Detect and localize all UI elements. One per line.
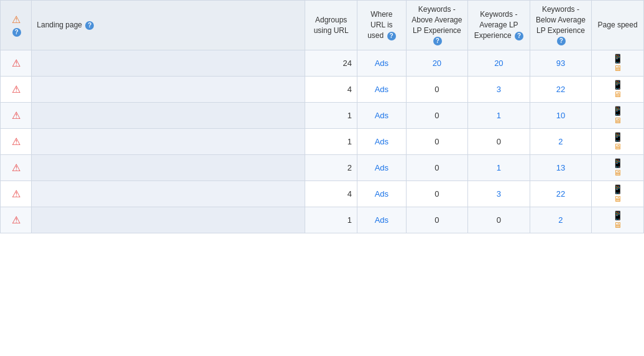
where-url-link[interactable]: Ads [375, 163, 389, 172]
header-warning-col: ⚠ ? [1, 1, 32, 50]
kw-below-cell[interactable]: 22 [530, 77, 592, 103]
kw-above-cell[interactable]: 20 [406, 50, 468, 77]
kw-below-link[interactable]: 22 [556, 189, 565, 199]
kw-below-cell[interactable]: 22 [530, 181, 592, 207]
where-url-link[interactable]: Ads [375, 189, 389, 199]
kw-avg-link[interactable]: 20 [494, 59, 503, 68]
desktop-speed-icon: 🖥 [614, 90, 622, 98]
kw-avg-cell[interactable]: 20 [468, 50, 530, 77]
mobile-speed-icon: 📱 [612, 54, 623, 63]
where-url-link[interactable]: Ads [375, 85, 389, 94]
header-kw-avg: Keywords - Average LP Experience ? [468, 1, 530, 50]
kw-avg-link[interactable]: 1 [497, 163, 501, 172]
kw-avg-cell[interactable]: 1 [468, 103, 530, 129]
mobile-speed-icon: 📱 [612, 159, 623, 167]
landing-page-cell [32, 129, 305, 155]
kw-above-help-icon[interactable]: ? [433, 37, 442, 45]
landing-page-table: ⚠ ? Landing page ? Adgroups using URL Wh… [0, 0, 644, 233]
header-adgroups: Adgroups using URL [305, 1, 357, 50]
warning-triangle-icon: ⚠ [12, 58, 21, 68]
kw-below-cell[interactable]: 2 [530, 207, 592, 233]
where-url-cell[interactable]: Ads [357, 129, 407, 155]
kw-avg-cell: 0 [468, 207, 530, 233]
page-speed-cell: 📱 🖥 [592, 77, 644, 103]
kw-below-link[interactable]: 10 [556, 111, 565, 120]
desktop-speed-icon: 🖥 [614, 64, 622, 72]
desktop-speed-icon: 🖥 [614, 195, 622, 203]
warning-triangle-icon: ⚠ [12, 84, 21, 95]
table-row: ⚠1Ads002 📱 🖥 [1, 207, 644, 233]
where-url-link[interactable]: Ads [375, 111, 389, 120]
warning-triangle-icon: ⚠ [12, 189, 21, 199]
warning-cell: ⚠ [1, 181, 32, 207]
where-url-link[interactable]: Ads [375, 59, 389, 68]
kw-avg-help-icon[interactable]: ? [515, 32, 523, 40]
adgroups-cell: 2 [305, 155, 357, 181]
page-speed-cell: 📱 🖥 [592, 103, 644, 129]
kw-below-link[interactable]: 93 [556, 59, 565, 68]
speed-icons: 📱 🖥 [597, 211, 638, 229]
adgroups-cell: 4 [305, 77, 357, 103]
kw-avg-cell[interactable]: 1 [468, 155, 530, 181]
kw-avg-link[interactable]: 1 [497, 111, 501, 120]
where-url-cell[interactable]: Ads [357, 50, 407, 77]
where-url-link[interactable]: Ads [375, 215, 389, 225]
where-url-cell[interactable]: Ads [357, 77, 407, 103]
where-url-cell[interactable]: Ads [357, 181, 407, 207]
where-url-cell[interactable]: Ads [357, 207, 407, 233]
warning-cell: ⚠ [1, 103, 32, 129]
kw-avg-link[interactable]: 3 [497, 85, 501, 94]
mobile-speed-icon: 📱 [612, 185, 623, 194]
kw-avg-cell: 0 [468, 129, 530, 155]
where-url-cell[interactable]: Ads [357, 103, 407, 129]
warning-cell: ⚠ [1, 77, 32, 103]
where-url-link[interactable]: Ads [375, 137, 389, 146]
kw-below-link[interactable]: 13 [556, 163, 565, 172]
where-url-help-icon[interactable]: ? [387, 32, 396, 40]
header-kw-above: Keywords - Above Average LP Experience ? [406, 1, 468, 50]
kw-above-link[interactable]: 20 [433, 59, 441, 68]
landing-page-table-container: ⚠ ? Landing page ? Adgroups using URL Wh… [0, 0, 644, 233]
where-url-cell[interactable]: Ads [357, 155, 407, 181]
mobile-speed-icon: 📱 [612, 211, 623, 220]
warning-cell: ⚠ [1, 207, 32, 233]
kw-below-cell[interactable]: 93 [530, 50, 592, 77]
warning-cell: ⚠ [1, 50, 32, 77]
mobile-speed-icon: 📱 [612, 133, 623, 141]
adgroups-cell: 4 [305, 181, 357, 207]
kw-below-link[interactable]: 2 [558, 137, 563, 146]
page-speed-cell: 📱 🖥 [592, 50, 644, 77]
kw-below-help-icon[interactable]: ? [557, 37, 566, 45]
kw-below-cell[interactable]: 10 [530, 103, 592, 129]
landing-page-cell [32, 77, 305, 103]
kw-above-cell: 0 [406, 155, 468, 181]
kw-below-cell[interactable]: 13 [530, 155, 592, 181]
desktop-speed-icon: 🖥 [614, 221, 622, 229]
kw-avg-cell[interactable]: 3 [468, 181, 530, 207]
kw-above-cell: 0 [406, 77, 468, 103]
kw-avg-cell[interactable]: 3 [468, 77, 530, 103]
desktop-speed-icon: 🖥 [614, 116, 622, 124]
adgroups-cell: 24 [305, 50, 357, 77]
kw-avg-link[interactable]: 3 [497, 189, 501, 199]
landing-page-cell [32, 103, 305, 129]
header-landing-page: Landing page ? [32, 1, 305, 50]
landing-page-cell [32, 181, 305, 207]
warning-cell: ⚠ [1, 129, 32, 155]
header-help-icon[interactable]: ? [12, 28, 21, 37]
page-speed-cell: 📱 🖥 [592, 129, 644, 155]
landing-page-cell [32, 155, 305, 181]
warning-cell: ⚠ [1, 155, 32, 181]
adgroups-cell: 1 [305, 129, 357, 155]
kw-below-cell[interactable]: 2 [530, 129, 592, 155]
kw-above-cell: 0 [406, 207, 468, 233]
speed-icons: 📱 🖥 [597, 185, 638, 203]
table-row: ⚠2Ads0113 📱 🖥 [1, 155, 644, 181]
landing-page-help-icon[interactable]: ? [85, 21, 94, 30]
kw-below-link[interactable]: 2 [558, 215, 563, 225]
landing-page-cell [32, 207, 305, 233]
table-row: ⚠1Ads002 📱 🖥 [1, 129, 644, 155]
kw-above-cell: 0 [406, 103, 468, 129]
kw-below-link[interactable]: 22 [556, 85, 565, 94]
mobile-speed-icon: 📱 [612, 80, 623, 89]
